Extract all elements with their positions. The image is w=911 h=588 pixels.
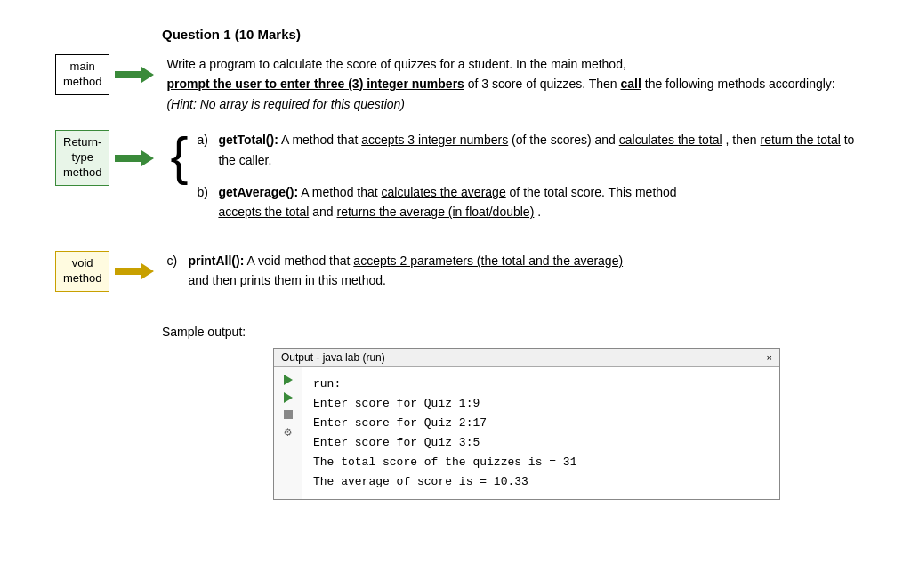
void-method-label: void method: [55, 251, 109, 292]
return-type-section: Return- type method { a) getTotal(): A m…: [55, 130, 856, 235]
void-method-section: void method c) printAll(): A void method…: [55, 251, 856, 303]
method-b-item: b) getAverage(): A method that calculate…: [197, 182, 856, 222]
output-close-button[interactable]: ×: [767, 352, 772, 363]
brace-char: {: [170, 130, 188, 183]
output-titlebar: Output - java lab (run) ×: [274, 349, 779, 367]
output-window: Output - java lab (run) × ⚙ run: Enter s…: [273, 348, 780, 501]
method-items: a) getTotal(): A method that accepts 3 i…: [197, 130, 856, 235]
main-method-content: Write a program to calculate the score o…: [166, 54, 856, 114]
output-line-6: The average of score is = 10.33: [313, 472, 576, 492]
return-type-arrow: [115, 149, 154, 168]
green-arrow-icon: [115, 67, 154, 83]
return-type-label-row: Return- type method: [55, 130, 159, 186]
stop-icon[interactable]: [284, 410, 293, 419]
void-method-arrow: [115, 262, 154, 281]
method-b-content: getAverage(): A method that calculates t…: [218, 182, 856, 222]
method-c-content: printAll(): A void method that accepts 2…: [188, 251, 856, 291]
main-method-label-row: main method: [55, 54, 159, 95]
void-method-items: c) printAll(): A void method that accept…: [166, 251, 856, 303]
method-a-item: a) getTotal(): A method that accepts 3 i…: [197, 130, 856, 170]
green-arrow-icon-2: [115, 150, 154, 166]
gear-icon[interactable]: ⚙: [284, 424, 291, 439]
output-line-2: Enter score for Quiz 1:9: [313, 394, 576, 414]
output-line-4: Enter score for Quiz 3:5: [313, 433, 576, 453]
sample-output-label: Sample output:: [162, 325, 856, 339]
output-line-5: The total score of the quizzes is = 31: [313, 453, 576, 472]
method-c-item: c) printAll(): A void method that accept…: [166, 251, 856, 291]
output-icons-panel: ⚙: [274, 367, 302, 500]
main-method-section: main method Write a program to calculate…: [55, 54, 856, 114]
output-title-text: Output - java lab (run): [281, 351, 762, 364]
output-line-3: Enter score for Quiz 2:17: [313, 414, 576, 433]
output-line-1: run:: [313, 375, 576, 394]
run-icon[interactable]: [284, 375, 293, 385]
page-container: Question 1 (10 Marks) main method Write …: [55, 27, 856, 500]
main-method-label: main method: [55, 54, 109, 95]
brace-container: {: [166, 130, 188, 183]
output-body: ⚙ run: Enter score for Quiz 1:9 Enter sc…: [274, 367, 779, 500]
void-label-row: void method: [55, 251, 159, 292]
return-type-label: Return- type method: [55, 130, 109, 186]
question-title: Question 1 (10 Marks): [162, 27, 856, 42]
main-method-arrow: [115, 65, 154, 85]
run-icon-2[interactable]: [284, 392, 293, 403]
output-lines: run: Enter score for Quiz 1:9 Enter scor…: [302, 367, 587, 500]
yellow-arrow-icon: [115, 263, 154, 279]
method-a-content: getTotal(): A method that accepts 3 inte…: [218, 130, 856, 170]
